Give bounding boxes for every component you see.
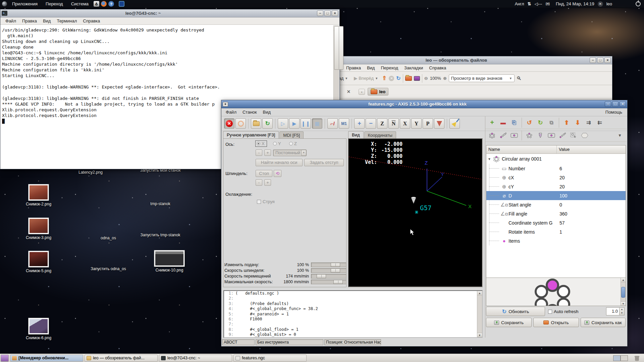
- zoom-in-icon[interactable]: ⊕: [443, 76, 447, 81]
- slider[interactable]: [311, 280, 346, 284]
- home-axis-button[interactable]: Найти начало оси: [256, 159, 303, 166]
- clock[interactable]: Пнд, 24 Мар, 14:19: [556, 1, 594, 6]
- estop-button[interactable]: ✕: [224, 118, 234, 129]
- taskbar-item[interactable]: leo@7G43-cnc: ~: [159, 355, 232, 362]
- duplicate-icon[interactable]: ⎘: [509, 118, 519, 127]
- desktop-icon[interactable]: Снимок-10.png: [147, 250, 192, 273]
- slider[interactable]: [311, 274, 346, 279]
- status-indicator-icon[interactable]: ✕: [598, 1, 603, 7]
- menu-item-help[interactable]: Помощь: [602, 109, 625, 116]
- linuxcnc-app-icon[interactable]: [119, 1, 124, 7]
- circular-pattern-icon[interactable]: [524, 131, 534, 140]
- touch-off-button[interactable]: Задать отступ: [304, 159, 344, 166]
- features-tree[interactable]: Name Value ▼ Circular array 0001 ▭ Numbe…: [486, 145, 626, 285]
- path-button-leo[interactable]: leo: [368, 88, 388, 96]
- desktop-icon[interactable]: Снимок-5.png: [16, 251, 61, 274]
- spindle-faster-button[interactable]: +: [264, 179, 271, 186]
- copy-icon[interactable]: ⧉: [546, 118, 556, 127]
- close-button[interactable]: ×: [332, 10, 338, 16]
- desktop-icon[interactable]: tmp-stanok: [138, 184, 182, 206]
- select-region-icon[interactable]: [569, 131, 579, 140]
- spin-down-icon[interactable]: ▼: [620, 311, 624, 315]
- view-y-button[interactable]: Y: [411, 118, 422, 129]
- axis-titlebar[interactable]: × features.ngc - AXIS 2.5.3-100-ge49bcc8…: [221, 100, 627, 108]
- distro-logo-icon[interactable]: [2, 1, 7, 7]
- menu-item[interactable]: Станок: [239, 109, 260, 116]
- rectangle-feature-icon[interactable]: [509, 131, 519, 140]
- view-z2-button[interactable]: N: [388, 118, 399, 129]
- search-icon[interactable]: 🔍︎: [517, 75, 522, 81]
- gcode-line[interactable]: 2:: [224, 296, 482, 301]
- panel-menu[interactable]: Переход: [42, 1, 66, 7]
- optional-pause-button[interactable]: M1: [339, 118, 349, 129]
- tree-row[interactable]: ▭ Number 6: [486, 164, 626, 173]
- stop-icon[interactable]: ✕: [389, 76, 394, 81]
- view-p-button[interactable]: P: [423, 118, 433, 129]
- gcode-listing[interactable]: 1: ( defaults.ngc ) 2: 3: (Probe default…: [223, 290, 483, 338]
- expander-icon[interactable]: ▼: [488, 157, 491, 161]
- updown-arrows-icon[interactable]: ⇅: [528, 1, 531, 6]
- user-menu[interactable]: leo: [606, 1, 612, 6]
- pocket-feature-icon[interactable]: [546, 131, 556, 140]
- tree-row[interactable]: Coordinate system G 57: [486, 218, 626, 227]
- drill-tool-icon[interactable]: [535, 131, 545, 140]
- workspace-switcher[interactable]: [613, 355, 628, 361]
- open-button[interactable]: Открыть: [533, 318, 579, 327]
- preview-scrollbar[interactable]: ▲ ▼: [621, 278, 626, 306]
- tree-row[interactable]: ⊕ cX 20: [486, 173, 626, 182]
- machine-power-button[interactable]: [235, 118, 246, 129]
- interval-value[interactable]: 1.0: [606, 308, 619, 315]
- rotate-view-button[interactable]: [434, 118, 444, 129]
- menu-item[interactable]: Переход: [378, 64, 401, 71]
- up-icon[interactable]: ⇑: [382, 75, 387, 82]
- minimize-button[interactable]: –: [590, 57, 596, 63]
- menu-item[interactable]: Правка: [19, 17, 40, 24]
- close-pane-icon[interactable]: ✕: [347, 89, 351, 94]
- interval-spinbox[interactable]: 1.0 ▲▼: [606, 307, 625, 315]
- clear-plot-button[interactable]: [449, 118, 460, 129]
- reload-icon[interactable]: ↻: [396, 75, 400, 81]
- maximize-button[interactable]: □: [597, 57, 603, 63]
- gcode-line[interactable]: 1: ( defaults.ngc ): [224, 291, 482, 296]
- slider[interactable]: [311, 262, 346, 267]
- run-step-button[interactable]: ▷: [278, 118, 288, 129]
- auto-refresh-checkbox[interactable]: Auto refresh: [548, 309, 579, 314]
- run-program-button[interactable]: ▶: [289, 118, 300, 129]
- gcode-line[interactable]: 5: #<_paranoid> = 1: [224, 312, 482, 317]
- desktop-icon[interactable]: Запустить tmp-stanok: [138, 215, 182, 238]
- refresh-button[interactable]: ↻ Обновить: [486, 307, 545, 316]
- spin-up-icon[interactable]: ▲: [620, 308, 624, 311]
- close-button[interactable]: ×: [620, 101, 626, 107]
- terminal-titlebar[interactable]: >_ leo@7G43-cnc: ~ – □ ×: [0, 9, 339, 17]
- gcode-line[interactable]: 6: F1000: [224, 317, 482, 322]
- volume-icon[interactable]: ◁---: [534, 1, 542, 6]
- minimize-button[interactable]: –: [317, 10, 323, 16]
- save-as-button[interactable]: Сохранить как: [581, 318, 626, 327]
- desktop-icon[interactable]: Снимок-6.png: [16, 318, 61, 341]
- zoom-out-button[interactable]: −: [366, 118, 376, 129]
- jog-plus-button[interactable]: +: [264, 149, 271, 156]
- gcode-line[interactable]: 4: #<_global_probe_func> = 38.2: [224, 306, 482, 311]
- gcode-scrollbar[interactable]: ▲ ▼: [477, 291, 482, 337]
- menu-item[interactable]: Закладки: [401, 64, 426, 71]
- workspace-2[interactable]: [621, 355, 628, 361]
- tab-manual-control[interactable]: Ручное управление [F3]: [223, 131, 279, 139]
- desktop-icon[interactable]: odna_os: [86, 218, 130, 241]
- remove-feature-icon[interactable]: ▬: [498, 118, 508, 127]
- tree-root-row[interactable]: ▼ Circular array 0001: [486, 154, 626, 164]
- panel-menu[interactable]: Приложения: [9, 1, 41, 7]
- menu-item[interactable]: Файл: [223, 109, 239, 116]
- line-points-icon[interactable]: [557, 131, 568, 140]
- tree-row[interactable]: ⌀ D 100: [486, 191, 626, 200]
- workspace-1[interactable]: [613, 355, 621, 361]
- menu-item[interactable]: Вид: [260, 109, 274, 116]
- slider-thumb[interactable]: [333, 280, 343, 284]
- gcode-line[interactable]: 7:: [224, 322, 482, 327]
- firefox-icon[interactable]: [101, 1, 107, 7]
- show-desktop-button[interactable]: [1, 355, 9, 362]
- penguin-launcher-icon[interactable]: 🐧︎: [94, 1, 99, 7]
- tab-preview[interactable]: Вид: [348, 131, 364, 139]
- pause-button[interactable]: ❙❙: [301, 118, 311, 129]
- minimize-button[interactable]: –: [605, 101, 611, 107]
- menu-item[interactable]: Справка: [426, 64, 449, 71]
